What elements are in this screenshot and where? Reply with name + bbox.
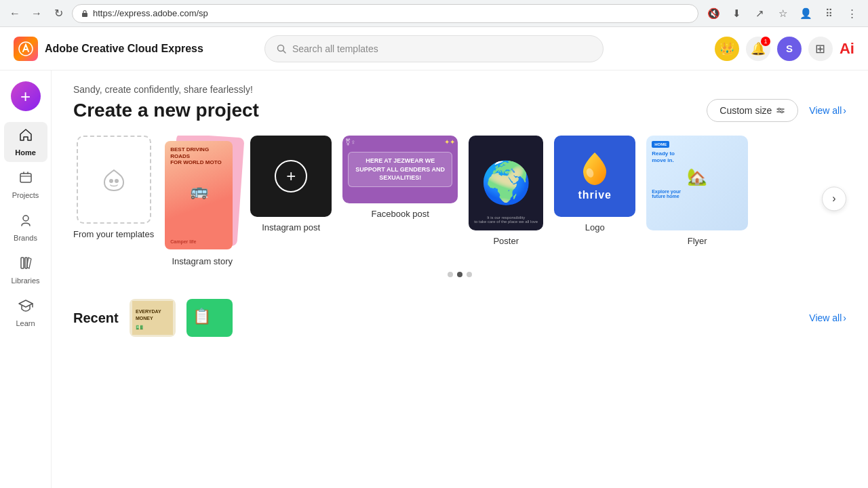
search-bar[interactable]: Search all templates [264,35,604,62]
facebook-post-inner: HERE AT JEZWEAR WE SUPPORT ALL GENDERS A… [348,152,452,187]
browser-external-link[interactable]: ↗ [750,4,769,23]
svg-point-13 [781,111,783,113]
browser-bookmark[interactable]: ☆ [773,4,792,23]
header-actions: 👑 🔔 1 S ⊞ Ai [715,37,854,61]
pagination-dot-2 [457,272,462,277]
ig-story-camper-life: Camper life [170,239,227,244]
section-title: Create a new project [73,100,259,121]
poster-content: 🌍 It is our responsibilityto take care o… [481,136,532,230]
learn-label: Learn [16,319,35,327]
recent-view-all-label: View all [809,312,842,323]
facebook-post-label: Facebook post [372,209,429,219]
browser-chrome: ← → ↻ https://express.adobe.com/sp 🔇 ⬇ ↗… [0,0,868,27]
sidebar-item-learn[interactable]: Learn [4,293,47,333]
content-area: Sandy, create confidently, share fearles… [52,70,868,488]
logo-thumb: thrive [554,136,635,217]
adobe-icon-button[interactable]: Ai [840,40,854,58]
template-card-logo[interactable]: thrive Logo [554,136,635,232]
recent-item-everyday-money[interactable]: EVERYDAY MONEY 💵 [130,299,176,337]
recent-item-green[interactable]: 📋 [186,299,233,337]
section-header: Create a new project Custom size View al… [73,99,846,122]
instagram-story-thumb: BEST DRIVING ROADSFOR WORLD MOTO 🚌 Campe… [165,136,239,251]
browser-extension-mute[interactable]: 🔇 [704,4,723,23]
libraries-label: Libraries [11,277,39,285]
flyer-label: Flyer [688,236,707,246]
ig-story-front-card: BEST DRIVING ROADSFOR WORLD MOTO 🚌 Campe… [165,141,233,249]
pagination-dot-3 [467,272,472,277]
recent-view-all-button[interactable]: View all › [809,312,846,323]
carousel-next-button[interactable]: › [822,186,846,211]
template-card-poster[interactable]: 🌍 It is our responsibilityto take care o… [469,136,543,246]
logo-label: Logo [585,222,605,232]
svg-rect-6 [21,258,24,268]
app-logo: Adobe Creative Cloud Express [14,37,203,61]
facebook-post-content: HERE AT JEZWEAR WE SUPPORT ALL GENDERS A… [355,157,445,181]
logo-content: thrive [578,151,612,201]
brands-svg-icon [18,213,33,228]
browser-menu[interactable]: ⋮ [842,4,861,23]
template-card-flyer[interactable]: HOME Ready tomove in. 🏡 Explore yourfutu… [646,136,748,246]
thrive-logo-text: thrive [578,189,612,201]
ig-post-plus-icon: + [275,160,307,192]
sidebar-item-projects[interactable]: Projects [4,165,47,205]
browser-forward-button[interactable]: → [28,5,45,22]
fb-stars-decoration: ✦✦ [444,138,455,146]
header-buttons: Custom size View all › [707,99,846,122]
sidebar-item-home[interactable]: Home [4,122,47,162]
pagination-dots [73,272,846,277]
apps-grid-button[interactable]: ⊞ [808,37,833,61]
projects-icon [18,170,33,188]
brands-label: Brands [14,234,37,242]
svg-text:MONEY: MONEY [136,316,153,321]
template-card-facebook-post[interactable]: ⚧♀ HERE AT JEZWEAR WE SUPPORT ALL GENDER… [342,136,458,219]
user-avatar-button[interactable]: S [777,37,802,61]
browser-url-bar[interactable]: https://express.adobe.com/sp [72,4,698,23]
create-new-button[interactable]: + [11,81,41,111]
browser-action-buttons: 🔇 ⬇ ↗ ☆ 👤 ⠿ ⋮ [704,4,861,23]
green-item-thumbnail: 📋 [189,301,230,335]
instagram-story-label: Instagram story [172,256,233,266]
browser-profile[interactable]: 👤 [796,4,815,23]
svg-rect-4 [20,174,31,182]
poster-thumb: 🌍 It is our responsibilityto take care o… [469,136,543,230]
sidebar: + Home Projects [0,70,52,488]
fb-symbols: ⚧♀ [345,138,356,146]
custom-size-icon [776,106,785,115]
from-templates-thumb [77,136,151,224]
template-card-instagram-post[interactable]: + Instagram post [250,136,332,232]
home-icon [18,127,33,146]
crown-button[interactable]: 👑 [715,37,739,61]
home-label: Home [15,148,36,157]
url-text: https://express.adobe.com/sp [93,8,208,18]
svg-point-14 [109,179,113,183]
projects-label: Projects [12,191,39,199]
sidebar-item-brands[interactable]: Brands [4,207,47,247]
facebook-post-thumb: ⚧♀ HERE AT JEZWEAR WE SUPPORT ALL GENDER… [342,136,458,203]
browser-extensions[interactable]: ⠿ [819,4,838,23]
sidebar-item-libraries[interactable]: Libraries [4,250,47,290]
app-container: Adobe Creative Cloud Express Search all … [0,27,868,488]
adobe-express-logo-icon [18,41,33,56]
custom-size-button[interactable]: Custom size [707,99,798,122]
custom-size-label: Custom size [719,105,772,116]
browser-back-button[interactable]: ← [7,5,23,22]
add-icon: + [20,87,31,105]
everyday-money-thumbnail: EVERYDAY MONEY 💵 [132,301,173,335]
flyer-house-emoji: 🏡 [652,167,743,186]
recent-section: Recent EVERYDAY MONEY 💵 📋 [73,299,846,337]
notifications-button[interactable]: 🔔 1 [746,37,770,61]
flyer-header: HOME [652,141,669,148]
notification-badge: 1 [761,37,770,46]
browser-refresh-button[interactable]: ↻ [50,5,66,22]
browser-download[interactable]: ⬇ [727,4,746,23]
learn-icon [18,298,33,317]
svg-text:💵: 💵 [136,323,144,331]
template-card-instagram-story[interactable]: BEST DRIVING ROADSFOR WORLD MOTO 🚌 Campe… [165,136,239,266]
brands-icon [18,213,33,231]
poster-text: It is our responsibilityto take care of … [470,216,542,224]
template-card-from-templates[interactable]: From your templates [73,136,154,239]
welcome-text: Sandy, create confidently, share fearles… [73,84,846,95]
flyer-tagline: Explore yourfuture home [652,189,743,199]
view-all-button[interactable]: View all › [809,105,846,116]
from-templates-label: From your templates [73,229,154,239]
